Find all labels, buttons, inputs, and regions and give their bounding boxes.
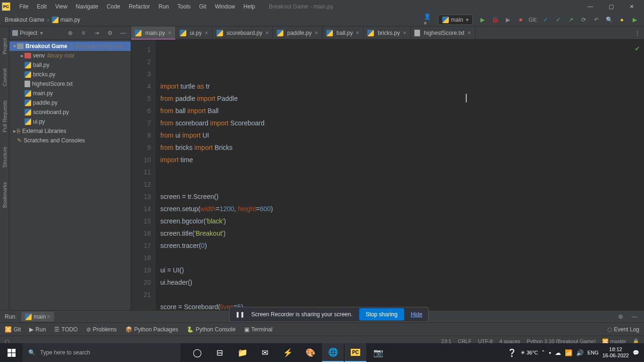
tree-item[interactable]: scoreboard.py [9, 107, 131, 117]
file-explorer-icon[interactable]: 📁 [231, 343, 253, 362]
menu-view[interactable]: View [51, 3, 72, 10]
menu-edit[interactable]: Edit [33, 3, 51, 10]
minimize-button[interactable]: — [580, 0, 601, 13]
task-view-icon[interactable]: ◯ [186, 343, 208, 362]
run-configuration-selector[interactable]: main ▾ [438, 15, 473, 25]
editor-tab[interactable]: scoreboard.py× [213, 26, 273, 40]
close-icon[interactable]: × [205, 29, 208, 36]
notifications-icon[interactable]: 💬 [633, 350, 639, 356]
close-icon[interactable]: × [47, 313, 50, 320]
gutter-pull-requests[interactable]: Pull Requests [2, 100, 8, 132]
tree-item[interactable]: highestScore.txt [9, 79, 131, 89]
breadcrumb-project[interactable]: Breakout Game [5, 16, 44, 23]
taskbar-clock[interactable]: 18:12 16-06-2022 [603, 346, 629, 359]
debug-icon[interactable]: 🐞 [490, 15, 500, 25]
project-tree[interactable]: ▾Breakout GameD:\Programming\Ude▸venvlib… [9, 40, 131, 147]
project-panel-title[interactable]: Project ▾ [12, 30, 43, 36]
event-log[interactable]: ◌Event Log [607, 326, 639, 333]
git-commit-icon[interactable]: ✓ [553, 15, 563, 25]
stop-sharing-button[interactable]: Stop sharing [359, 308, 404, 321]
git-update-icon[interactable]: ✓ [541, 15, 550, 25]
tree-item[interactable]: ✎Scratches and Consoles [9, 136, 131, 145]
history-icon[interactable]: ⟳ [579, 15, 588, 25]
search-icon[interactable]: 🔍 [604, 15, 614, 25]
camera-icon[interactable]: 📷 [367, 343, 389, 362]
tabs-more-icon[interactable]: ⋮ [631, 30, 644, 36]
menu-tools[interactable]: Tools [173, 3, 195, 10]
close-icon[interactable]: × [467, 29, 471, 36]
cortana-icon[interactable]: ⊟ [209, 343, 231, 362]
gutter-project[interactable]: Project [2, 38, 8, 54]
gutter-bookmarks[interactable]: Bookmarks [2, 182, 8, 208]
tree-item[interactable]: ▸⎘External Libraries [9, 126, 131, 136]
tree-item[interactable]: ▸venvlibrary root [9, 51, 131, 60]
volume-icon[interactable]: 🔊 [576, 349, 584, 356]
user-icon[interactable]: 👤▾ [424, 15, 433, 25]
ide-icon[interactable]: ● [617, 15, 627, 25]
taskbar-search[interactable]: 🔍 Type here to search [23, 343, 181, 362]
gear-icon[interactable]: ⚙ [105, 28, 115, 38]
run-with-icon[interactable]: ▶ [630, 15, 639, 25]
wifi-icon[interactable]: 📶 [565, 349, 572, 356]
close-button[interactable]: ✕ [621, 0, 642, 13]
undo-icon[interactable]: ↶ [592, 15, 601, 25]
help-icon[interactable]: ❔ [507, 348, 517, 357]
menu-window[interactable]: Window [211, 3, 239, 10]
breadcrumb-file[interactable]: main.py [60, 16, 80, 23]
tool-window-run[interactable]: ▶Run [29, 326, 46, 333]
collapse-all-icon[interactable]: ⇥ [92, 28, 101, 38]
breadcrumb[interactable]: Breakout Game › main.py [5, 16, 80, 23]
menu-navigate[interactable]: Navigate [72, 3, 102, 10]
hide-banner-link[interactable]: Hide [411, 311, 422, 318]
stop-icon[interactable]: ■ [516, 15, 525, 25]
hide-panel-icon[interactable]: — [118, 28, 128, 38]
weather-widget[interactable]: ☀ 36°C [520, 350, 538, 356]
menu-code[interactable]: Code [102, 3, 124, 10]
tool-window-problems[interactable]: ⊘Problems [86, 326, 117, 333]
menu-git[interactable]: Git [195, 3, 210, 10]
app-icon[interactable]: ⚡ [277, 343, 298, 362]
close-icon[interactable]: × [265, 29, 269, 36]
battery-icon[interactable]: ▪ [549, 349, 551, 356]
gutter-commit[interactable]: Commit [2, 68, 8, 86]
menu-run[interactable]: Run [154, 3, 173, 10]
editor-tab[interactable]: highestScore.txt× [411, 26, 475, 40]
close-icon[interactable]: × [356, 29, 360, 36]
code-editor[interactable]: 123456789101112131415161718192021 ✔ impo… [131, 40, 644, 310]
menu-file[interactable]: File [15, 3, 33, 10]
code-content[interactable]: ✔ import turtle as trfrom paddle import … [156, 40, 644, 310]
pycharm-taskbar-icon[interactable]: PC [345, 343, 366, 362]
git-push-icon[interactable]: ↗ [566, 15, 576, 25]
mail-icon[interactable]: ✉ [254, 343, 276, 362]
app-icon[interactable]: 🎨 [299, 343, 321, 362]
editor-tab[interactable]: bricks.py× [363, 26, 411, 40]
editor-tab[interactable]: ball.py× [322, 26, 363, 40]
tray-chevron-icon[interactable]: ˄ [542, 349, 545, 356]
run-tab[interactable]: main × [21, 312, 54, 321]
inspections-ok-icon[interactable]: ✔ [635, 42, 640, 55]
select-opened-file-icon[interactable]: ⊕ [66, 28, 75, 38]
tree-item[interactable]: main.py [9, 89, 131, 98]
editor-tab[interactable]: paddle.py× [273, 26, 322, 40]
close-icon[interactable]: × [403, 29, 406, 36]
menu-help[interactable]: Help [239, 3, 259, 10]
run-icon[interactable]: ▶ [478, 15, 487, 25]
editor-tab[interactable]: ui.py× [176, 26, 213, 40]
tool-window-python-packages[interactable]: 📦Python Packages [125, 326, 178, 333]
tree-item[interactable]: paddle.py [9, 98, 131, 107]
maximize-button[interactable]: ▢ [601, 0, 621, 13]
start-button[interactable] [0, 343, 23, 362]
tool-window-todo[interactable]: ☰TODO [54, 326, 77, 333]
expand-all-icon[interactable]: ≡ [79, 28, 88, 38]
tool-window-python-console[interactable]: 🐍Python Console [187, 326, 236, 333]
menu-refactor[interactable]: Refactor [124, 3, 154, 10]
edge-icon[interactable]: 🌐 [322, 343, 344, 362]
editor-tab[interactable]: main.py× [131, 26, 176, 40]
tree-item[interactable]: ball.py [9, 60, 131, 70]
close-icon[interactable]: × [314, 29, 318, 36]
tree-item[interactable]: ▾Breakout GameD:\Programming\Ude [9, 41, 131, 51]
gutter-structure[interactable]: Structure [2, 147, 8, 168]
hide-icon[interactable]: — [630, 312, 639, 321]
pause-icon[interactable]: ❚❚ [235, 311, 245, 318]
tool-window-git[interactable]: 🔀Git [5, 326, 21, 333]
